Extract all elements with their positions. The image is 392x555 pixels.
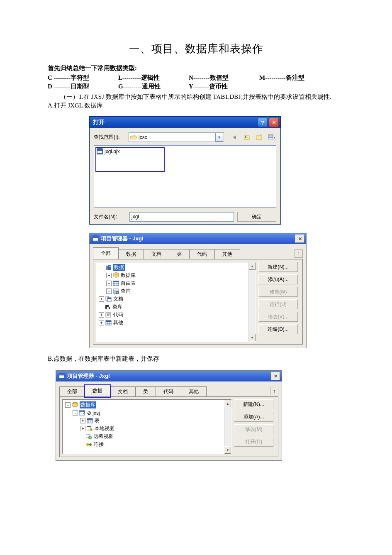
data-type-row-2: D --------日期型 G---------通用性 Y--------货币性 (48, 83, 344, 90)
tab-code[interactable]: 代码 (156, 386, 181, 396)
expand-toggle[interactable]: - (99, 265, 104, 270)
expand-toggle[interactable]: + (80, 418, 85, 423)
pm-title: 項目管理器 - Jxgl (101, 235, 144, 242)
expand-toggle[interactable]: - (65, 402, 71, 408)
tree-row[interactable]: +表 (64, 417, 231, 425)
expand-toggle[interactable]: - (73, 410, 78, 416)
pm-close-button[interactable]: ✕ (295, 235, 304, 243)
page-title: 一、项目、数据库和表操作 (48, 42, 344, 56)
pm2-close-button[interactable]: ✕ (271, 372, 280, 380)
other-icon (105, 320, 112, 326)
pm-scrollbar[interactable]: ▲ ▼ (248, 262, 256, 341)
pm-action-button[interactable]: 新建(N)... (234, 399, 273, 409)
help-button[interactable]: ? (258, 118, 268, 127)
collapse-button[interactable]: ↑ (295, 249, 303, 258)
table-icon (113, 280, 119, 287)
pm-tree[interactable]: -数据+数据库+自由表+查询+文档类库+代码+其他 ▲ ▼ (96, 262, 256, 342)
ok-button[interactable]: 确定 (237, 212, 276, 222)
tree-row[interactable]: 类库 (98, 303, 256, 311)
pm-action-button[interactable]: 添加(A)... (258, 274, 298, 284)
data-icon (105, 264, 112, 271)
lookin-combo[interactable]: jcsc ▼ (129, 132, 224, 142)
open-icon (79, 410, 86, 416)
expand-toggle[interactable]: + (106, 289, 112, 294)
views-icon[interactable] (268, 133, 276, 142)
file-list[interactable]: jxgl.pjx (94, 145, 276, 208)
pm2-tree[interactable]: -数据库-⊘ jxsj+表+本地视图远程视图连接 ▲ ▼ (62, 399, 231, 454)
tree-item-label: 查询 (121, 288, 131, 295)
scroll-down-button[interactable]: ▼ (249, 334, 256, 341)
tree-item-label: 文档 (113, 296, 123, 303)
expand-toggle[interactable]: + (106, 273, 112, 278)
tree-row[interactable]: +代码 (98, 311, 256, 319)
project-icon (58, 373, 65, 379)
tab-docs[interactable]: 文档 (110, 386, 136, 396)
tab-all[interactable]: 全部 (93, 247, 119, 259)
db-icon (72, 402, 78, 408)
tree-row[interactable]: +查询 (98, 287, 256, 295)
open-dialog-title: 打开 (93, 119, 105, 126)
pm-titlebar[interactable]: 項目管理器 - Jxgl ✕ (90, 233, 306, 244)
tree-row[interactable]: -⊘ jxsj (64, 409, 231, 417)
doc-icon (105, 296, 112, 303)
pm-action-button: 打开(O) (234, 437, 273, 447)
tree-row[interactable]: +本地视图 (64, 425, 231, 433)
tab-other[interactable]: 其他 (181, 386, 207, 396)
pm-action-button: 修改(M) (234, 424, 273, 434)
tree-row[interactable]: +数据库 (98, 271, 256, 279)
conn-icon (86, 441, 93, 448)
expand-toggle[interactable]: + (99, 296, 104, 302)
open-dialog-titlebar[interactable]: 打开 ? ✕ (90, 117, 280, 128)
pm2-button-column: 新建(N)...添加(A)...修改(M)打开(O) (234, 397, 278, 457)
tree-item-label: 数据 (113, 264, 125, 271)
tree-row[interactable]: -数据 (98, 264, 256, 271)
pm2-scrollbar[interactable]: ▲ ▼ (224, 400, 231, 454)
tab-code[interactable]: 代码 (189, 249, 215, 259)
paragraph-1: （一）1.在 JXSJ 数据库中按如下表格中所示的结构创建 TAB1.DBF,并… (48, 93, 344, 101)
tree-row[interactable]: +文档 (98, 295, 256, 303)
tab-class[interactable]: 类 (135, 386, 156, 396)
project-icon (92, 235, 99, 242)
scroll-up-button[interactable]: ▲ (224, 400, 231, 407)
tab-all[interactable]: 全部 (59, 386, 85, 396)
folder-open-icon (130, 134, 137, 141)
expand-toggle (99, 305, 103, 309)
tree-row[interactable]: 连接 (64, 440, 231, 448)
expand-toggle[interactable]: + (106, 281, 112, 286)
expand-toggle[interactable]: + (80, 426, 85, 431)
expand-toggle[interactable]: + (99, 320, 104, 325)
pm2-titlebar[interactable]: 項目管理器 - Jxgl ✕ (56, 371, 282, 381)
scroll-down-button[interactable]: ▼ (224, 446, 231, 454)
pm-action-button: 修改(M) (258, 287, 298, 297)
tab-data[interactable]: 数据 (85, 385, 110, 396)
tab-other[interactable]: 其他 (214, 249, 240, 259)
db-icon (113, 272, 119, 279)
new-folder-icon[interactable] (256, 133, 264, 142)
dropdown-button[interactable]: ▼ (215, 133, 223, 142)
tree-item-label: 自由表 (121, 280, 136, 287)
tree-row[interactable]: -数据库 (64, 401, 231, 409)
collapse-button[interactable]: ↑ (270, 387, 278, 395)
tree-row[interactable]: +其他 (98, 319, 256, 327)
project-manager-window-2: 項目管理器 - Jxgl ✕ 全部 数据 文档 类 代码 其他 ↑ -数据库-⊘… (56, 370, 282, 461)
scroll-track[interactable] (249, 270, 256, 334)
close-button[interactable]: ✕ (269, 118, 279, 127)
tree-row[interactable]: +自由表 (98, 279, 256, 287)
up-folder-icon[interactable] (243, 133, 251, 142)
filename-input[interactable]: jxgl (129, 212, 234, 222)
class-icon (105, 304, 111, 311)
expand-toggle[interactable]: + (99, 312, 104, 318)
pm2-title: 項目管理器 - Jxgl (67, 372, 110, 380)
tab-class[interactable]: 类 (169, 249, 190, 259)
pm-action-button[interactable]: 添加(A)... (234, 412, 273, 422)
tab-docs[interactable]: 文档 (144, 249, 169, 259)
rview-icon (86, 433, 93, 440)
scroll-up-button[interactable]: ▲ (249, 262, 256, 270)
paragraph-3: B.点数据，在数据库表中新建表，并保存 (48, 355, 344, 363)
pm-action-button[interactable]: 连编(D)... (258, 324, 298, 334)
tab-data[interactable]: 数据 (118, 249, 144, 259)
tree-row[interactable]: 远程视图 (64, 433, 231, 440)
back-icon[interactable] (231, 133, 239, 142)
scroll-track[interactable] (224, 407, 231, 446)
pm-action-button[interactable]: 新建(N)... (258, 262, 298, 272)
